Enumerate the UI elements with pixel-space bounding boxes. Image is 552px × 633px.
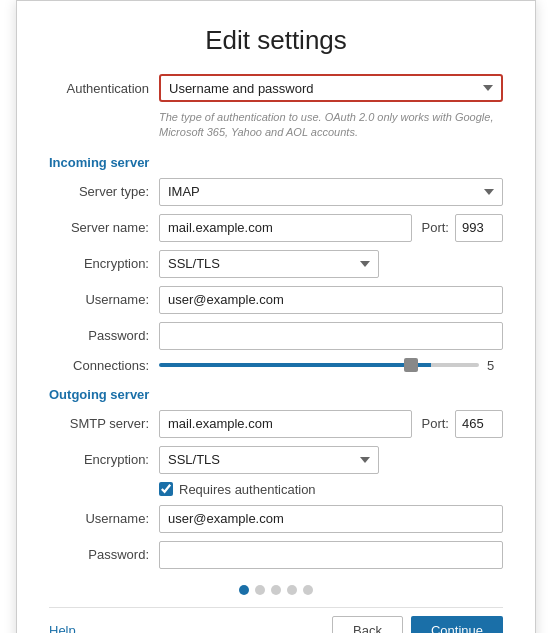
authentication-select[interactable]: Username and password OAuth 2.0	[159, 74, 503, 102]
connections-slider[interactable]	[159, 363, 479, 367]
server-type-row: Server type: IMAP POP3	[49, 178, 503, 206]
connections-slider-wrapper: 5	[159, 358, 503, 373]
incoming-encryption-label: Encryption:	[49, 256, 159, 271]
incoming-username-label: Username:	[49, 292, 159, 307]
incoming-port-input[interactable]	[455, 214, 503, 242]
outgoing-encryption-row: Encryption: SSL/TLS STARTTLS None	[49, 446, 503, 474]
help-button[interactable]: Help	[49, 623, 76, 633]
outgoing-encryption-label: Encryption:	[49, 452, 159, 467]
incoming-encryption-row: Encryption: SSL/TLS STARTTLS None	[49, 250, 503, 278]
dot-3	[271, 585, 281, 595]
outgoing-password-input[interactable]	[159, 541, 503, 569]
bottom-divider	[49, 607, 503, 608]
action-buttons: Back Continue	[332, 616, 503, 633]
smtp-server-row: SMTP server: Port:	[49, 410, 503, 438]
outgoing-username-row: Username:	[49, 505, 503, 533]
outgoing-password-label: Password:	[49, 547, 159, 562]
smtp-server-label: SMTP server:	[49, 416, 159, 431]
back-button[interactable]: Back	[332, 616, 403, 633]
page-dots	[49, 585, 503, 595]
connections-row: Connections: 5	[49, 358, 503, 373]
dot-5	[303, 585, 313, 595]
dot-2	[255, 585, 265, 595]
outgoing-username-input[interactable]	[159, 505, 503, 533]
server-type-select[interactable]: IMAP POP3	[159, 178, 503, 206]
incoming-port-group: Port:	[422, 214, 503, 242]
dot-4	[287, 585, 297, 595]
outgoing-port-group: Port:	[422, 410, 503, 438]
incoming-server-name-row: Server name: Port:	[49, 214, 503, 242]
smtp-server-input[interactable]	[159, 410, 412, 438]
incoming-password-label: Password:	[49, 328, 159, 343]
requires-auth-label: Requires authentication	[179, 482, 316, 497]
incoming-password-input[interactable]	[159, 322, 503, 350]
requires-auth-checkbox[interactable]	[159, 482, 173, 496]
connections-value: 5	[487, 358, 503, 373]
outgoing-port-input[interactable]	[455, 410, 503, 438]
requires-auth-row: Requires authentication	[159, 482, 503, 497]
bottom-bar: Help Back Continue	[49, 616, 503, 633]
incoming-server-section: Incoming server	[49, 155, 503, 170]
authentication-row: Authentication Username and password OAu…	[49, 74, 503, 102]
authentication-label: Authentication	[49, 81, 159, 96]
incoming-server-name-input[interactable]	[159, 214, 412, 242]
authentication-hint: The type of authentication to use. OAuth…	[159, 110, 503, 141]
authentication-select-wrapper: Username and password OAuth 2.0	[159, 74, 503, 102]
outgoing-username-label: Username:	[49, 511, 159, 526]
page-title: Edit settings	[49, 25, 503, 56]
edit-settings-dialog: Edit settings Authentication Username an…	[16, 0, 536, 633]
incoming-username-input[interactable]	[159, 286, 503, 314]
incoming-encryption-select[interactable]: SSL/TLS STARTTLS None	[159, 250, 379, 278]
incoming-server-name-label: Server name:	[49, 220, 159, 235]
incoming-password-row: Password:	[49, 322, 503, 350]
incoming-port-label: Port:	[422, 220, 449, 235]
outgoing-port-label: Port:	[422, 416, 449, 431]
connections-label: Connections:	[49, 358, 159, 373]
dot-1	[239, 585, 249, 595]
incoming-username-row: Username:	[49, 286, 503, 314]
continue-button[interactable]: Continue	[411, 616, 503, 633]
server-type-label: Server type:	[49, 184, 159, 199]
outgoing-server-section: Outgoing server	[49, 387, 503, 402]
outgoing-encryption-select[interactable]: SSL/TLS STARTTLS None	[159, 446, 379, 474]
outgoing-password-row: Password:	[49, 541, 503, 569]
